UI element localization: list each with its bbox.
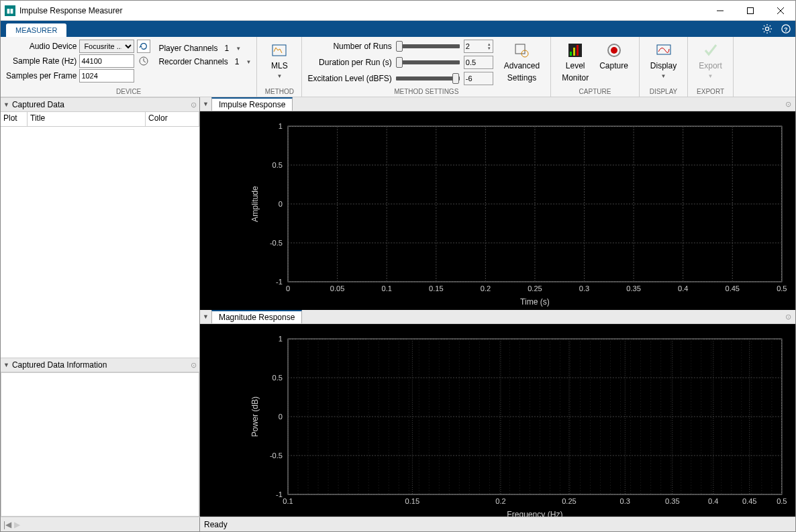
num-runs-label: Number of Runs — [307, 42, 391, 51]
chevron-down-icon: ▼ — [277, 73, 282, 79]
toolstrip: Audio Device Focusrite ... Sample Rate (… — [1, 37, 795, 97]
col-plot[interactable]: Plot — [1, 112, 28, 126]
minimize-button[interactable] — [705, 1, 735, 20]
level-monitor-button[interactable]: Level Monitor — [556, 40, 594, 85]
svg-text:-0.5: -0.5 — [270, 451, 283, 460]
record-icon — [606, 42, 622, 58]
app-icon: ▮▮ — [5, 5, 15, 16]
svg-text:0.3: 0.3 — [579, 284, 589, 292]
left-pane: ▼ Captured Data ⊙ Plot Title Color ▼ Cap… — [1, 97, 200, 517]
right-pane: ▼ Impulse Response ⊙ 00.050.10.150.20.25… — [200, 97, 795, 517]
duration-slider[interactable] — [396, 60, 460, 64]
export-button: Export ▼ — [693, 40, 728, 82]
svg-text:0.15: 0.15 — [429, 284, 444, 292]
chevron-down-icon: ▼ — [203, 313, 209, 320]
num-runs-input[interactable]: 2▲▼ — [464, 40, 493, 53]
group-method-settings-label: METHOD SETTINGS — [307, 88, 545, 95]
svg-rect-9 — [515, 44, 525, 54]
group-method-label: METHOD — [262, 88, 296, 95]
svg-text:0: 0 — [286, 284, 290, 292]
magnitude-response-plot[interactable]: 0.10.150.20.250.30.350.40.450.5-1-0.500.… — [200, 324, 795, 517]
help-icon[interactable]: ? — [779, 22, 793, 36]
refresh-device-button[interactable] — [137, 40, 150, 53]
chevron-down-icon: ▼ — [661, 73, 666, 79]
group-display-label: DISPLAY — [645, 88, 682, 95]
col-color[interactable]: Color — [146, 112, 199, 126]
svg-text:1: 1 — [279, 335, 283, 343]
panel-options-icon[interactable]: ⊙ — [191, 361, 197, 370]
window-title: Impulse Response Measurer — [19, 6, 705, 15]
svg-text:0.4: 0.4 — [678, 284, 688, 292]
svg-text:0.2: 0.2 — [481, 284, 491, 292]
svg-text:-0.5: -0.5 — [270, 239, 283, 247]
svg-text:0: 0 — [279, 200, 283, 208]
panel-options-icon[interactable]: ⊙ — [191, 101, 197, 109]
svg-text:Time (s): Time (s) — [520, 297, 550, 307]
audio-device-select[interactable]: Focusrite ... — [79, 40, 134, 53]
captured-data-info-panel — [1, 372, 199, 517]
group-method-settings: Number of Runs 2▲▼ Duration per Run (s) … — [302, 37, 551, 97]
chevron-down-icon: ▼ — [3, 362, 9, 368]
capture-button[interactable]: Capture — [594, 40, 634, 85]
svg-text:-1: -1 — [276, 278, 283, 286]
advanced-settings-button[interactable]: Advanced Settings — [499, 40, 545, 85]
excitation-label: Excitation Level (dBFS) — [307, 74, 391, 83]
tab-impulse-response[interactable]: Impulse Response — [211, 97, 293, 111]
recorder-channels-label: Recorder Channels — [158, 57, 228, 66]
captured-data-panel: Plot Title Color — [1, 112, 199, 358]
svg-rect-1 — [747, 7, 753, 13]
impulse-response-plot[interactable]: 00.050.10.150.20.250.30.350.40.450.5-1-0… — [200, 111, 795, 310]
svg-text:0: 0 — [279, 413, 283, 421]
group-device: Audio Device Focusrite ... Sample Rate (… — [1, 37, 257, 97]
captured-data-header[interactable]: ▼ Captured Data ⊙ — [1, 97, 199, 112]
mls-button[interactable]: MLS ▼ — [262, 40, 296, 82]
svg-text:0.25: 0.25 — [528, 284, 542, 292]
maximize-button[interactable] — [735, 1, 765, 20]
titlebar: ▮▮ Impulse Response Measurer — [1, 1, 795, 21]
app-window: ▮▮ Impulse Response Measurer MEASURER ? … — [0, 0, 796, 532]
svg-rect-12 — [570, 52, 572, 56]
svg-text:0.45: 0.45 — [725, 284, 740, 292]
group-capture: Level Monitor Capture CAPTURE — [551, 37, 640, 97]
duration-input[interactable]: 0.5 — [464, 56, 493, 69]
panel-options-icon[interactable]: ⊙ — [785, 100, 791, 109]
level-monitor-icon — [567, 42, 583, 58]
svg-text:0.45: 0.45 — [742, 497, 757, 505]
col-title[interactable]: Title — [28, 112, 146, 126]
group-capture-label: CAPTURE — [556, 88, 634, 95]
sample-rate-sync-icon[interactable] — [137, 54, 150, 68]
svg-point-4 — [765, 27, 768, 30]
svg-text:0.25: 0.25 — [562, 497, 577, 505]
ribbon-bar: MEASURER ? — [1, 21, 795, 37]
captured-data-info-header[interactable]: ▼ Captured Data Information ⊙ — [1, 358, 199, 372]
sample-rate-label: Sample Rate (Hz) — [6, 56, 77, 66]
excitation-input[interactable]: -6 — [464, 72, 493, 85]
mls-icon — [271, 42, 287, 58]
display-button[interactable]: Display ▼ — [645, 40, 682, 82]
close-button[interactable] — [765, 1, 795, 20]
svg-text:?: ? — [784, 26, 787, 33]
statusbar: |◀ ▶ Ready — [1, 517, 795, 531]
svg-rect-17 — [657, 45, 670, 54]
captured-data-table-body — [1, 127, 199, 358]
samples-per-frame-input[interactable] — [79, 69, 134, 83]
gear-small-icon — [513, 42, 530, 58]
duration-label: Duration per Run (s) — [307, 58, 391, 67]
sample-rate-input[interactable] — [79, 54, 134, 68]
chevron-down-icon: ▼ — [3, 101, 9, 108]
nav-prev-icon[interactable]: |◀ — [3, 520, 11, 529]
panel-options-icon[interactable]: ⊙ — [785, 313, 791, 321]
num-runs-slider[interactable] — [396, 44, 460, 48]
svg-point-16 — [611, 47, 617, 54]
recorder-channels-dropdown[interactable]: ▼ — [246, 59, 251, 65]
tab-measurer[interactable]: MEASURER — [6, 23, 66, 37]
player-channels-dropdown[interactable]: ▼ — [236, 46, 241, 52]
gear-icon[interactable] — [760, 22, 774, 36]
excitation-slider[interactable] — [396, 76, 460, 81]
group-display: Display ▼ DISPLAY — [640, 37, 688, 97]
samples-per-frame-label: Samples per Frame — [6, 71, 77, 81]
svg-text:Frequency (Hz): Frequency (Hz) — [507, 511, 562, 517]
nav-next-icon[interactable]: ▶ — [14, 520, 20, 529]
svg-text:Amplitude: Amplitude — [250, 186, 260, 222]
tab-magnitude-response[interactable]: Magnitude Response — [211, 310, 302, 323]
